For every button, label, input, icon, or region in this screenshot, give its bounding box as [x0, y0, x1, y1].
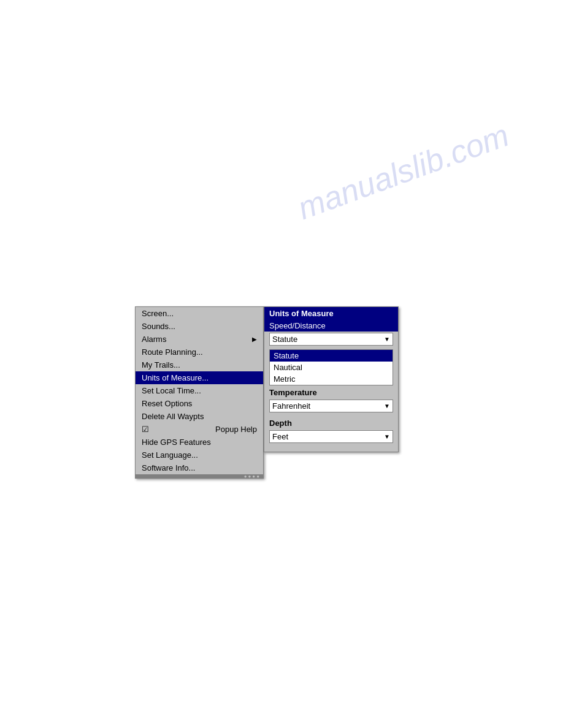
- left-menu-panel: Screen...Sounds...Alarms▶Route Planning.…: [135, 306, 264, 479]
- menu-label-my-trails: My Trails...: [142, 360, 180, 370]
- menu-label-route-planning: Route Planning...: [142, 347, 203, 357]
- checkbox-popup-help: ☑: [142, 425, 149, 434]
- temperature-select[interactable]: Fahrenheit ▼: [269, 400, 393, 412]
- depth-value: Feet: [272, 432, 288, 441]
- speed-distance-header: Speed/Distance: [264, 320, 398, 332]
- speed-distance-option-metric[interactable]: Metric: [270, 373, 393, 385]
- panels-container: Screen...Sounds...Alarms▶Route Planning.…: [135, 306, 399, 479]
- menu-item-popup-help[interactable]: ☑ Popup Help: [136, 423, 263, 436]
- speed-distance-arrow-icon: ▼: [384, 336, 390, 343]
- speed-distance-select[interactable]: Statute ▼: [269, 333, 393, 346]
- temperature-select-container: Fahrenheit ▼: [264, 398, 398, 416]
- depth-label: Depth: [264, 416, 398, 429]
- menu-item-reset-options[interactable]: Reset Options: [136, 397, 263, 410]
- speed-distance-dropdown-list: StatuteNauticalMetric: [269, 349, 393, 385]
- temperature-label: Temperature: [264, 385, 398, 398]
- menu-label-reset-options: Reset Options: [142, 399, 192, 408]
- menu-item-alarms[interactable]: Alarms▶: [136, 333, 263, 346]
- units-panel-title: Units of Measure: [264, 307, 398, 320]
- menu-item-screen[interactable]: Screen...: [136, 307, 263, 320]
- menu-item-delete-all-waypts[interactable]: Delete All Waypts: [136, 410, 263, 423]
- menu-label-sounds: Sounds...: [142, 322, 175, 331]
- menu-label-delete-all-waypts: Delete All Waypts: [142, 412, 204, 421]
- watermark: manualslib.com: [293, 116, 513, 227]
- units-panel: Units of Measure Speed/Distance Statute …: [264, 306, 399, 452]
- submenu-arrow-icon-alarms: ▶: [252, 336, 257, 343]
- menu-item-sounds[interactable]: Sounds...: [136, 320, 263, 333]
- speed-distance-select-container: Statute ▼: [264, 332, 398, 349]
- menu-bottom-bar: ●●●●: [136, 474, 263, 478]
- menu-item-software-info[interactable]: Software Info...: [136, 461, 263, 474]
- speed-distance-option-statute[interactable]: Statute: [270, 350, 393, 362]
- menu-items-list: Screen...Sounds...Alarms▶Route Planning.…: [136, 307, 263, 474]
- menu-item-set-local-time[interactable]: Set Local Time...: [136, 384, 263, 397]
- depth-arrow-icon: ▼: [384, 433, 390, 440]
- bottom-dots: ●●●●: [244, 474, 261, 479]
- menu-item-hide-gps-features[interactable]: Hide GPS Features: [136, 436, 263, 449]
- menu-label-units-of-measure: Units of Measure...: [142, 373, 209, 382]
- depth-select[interactable]: Feet ▼: [269, 430, 393, 443]
- temperature-value: Fahrenheit: [272, 401, 310, 411]
- menu-item-set-language[interactable]: Set Language...: [136, 449, 263, 461]
- menu-item-route-planning[interactable]: Route Planning...: [136, 346, 263, 358]
- menu-label-hide-gps-features: Hide GPS Features: [142, 438, 211, 447]
- menu-label-screen: Screen...: [142, 309, 174, 318]
- menu-label-popup-help: Popup Help: [215, 425, 257, 434]
- menu-label-software-info: Software Info...: [142, 463, 195, 472]
- menu-item-units-of-measure[interactable]: Units of Measure...: [136, 371, 263, 384]
- speed-distance-value: Statute: [272, 335, 297, 344]
- menu-label-set-local-time: Set Local Time...: [142, 386, 201, 395]
- temperature-arrow-icon: ▼: [384, 403, 390, 409]
- depth-select-container: Feet ▼: [264, 429, 398, 447]
- speed-distance-option-nautical[interactable]: Nautical: [270, 362, 393, 373]
- menu-label-set-language: Set Language...: [142, 450, 198, 460]
- menu-label-alarms: Alarms: [142, 335, 166, 344]
- menu-item-my-trails[interactable]: My Trails...: [136, 358, 263, 371]
